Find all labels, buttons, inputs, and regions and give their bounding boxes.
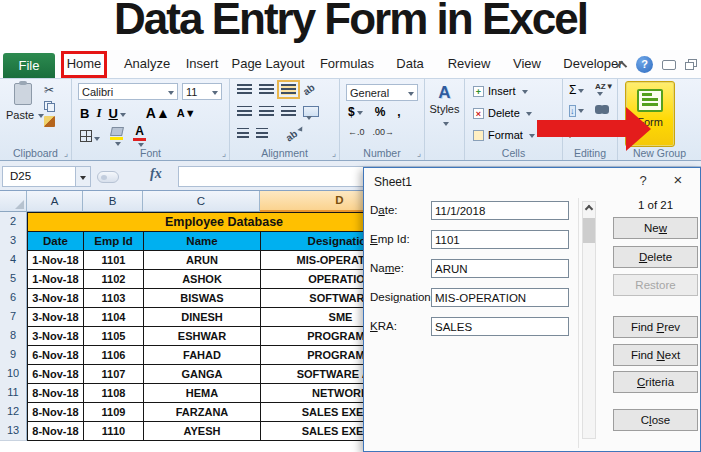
cell-name[interactable]: BISWAS <box>143 288 261 308</box>
scrollbar-thumb[interactable] <box>583 218 595 243</box>
wrap-text-icon[interactable]: ab <box>284 123 306 143</box>
kra-field[interactable] <box>431 317 569 336</box>
sort-filter-button[interactable]: AZ▼ <box>595 83 617 98</box>
row-header[interactable]: 13 <box>0 421 27 441</box>
dialog-help-icon[interactable]: ? <box>632 173 654 191</box>
cell-emp-id[interactable]: 1104 <box>83 307 144 327</box>
row-header[interactable]: 5 <box>0 269 27 289</box>
clipboard-dialog-launcher-icon[interactable]: ⌟ <box>64 148 68 158</box>
decrease-decimal-icon[interactable]: .00→ <box>373 127 395 137</box>
name-box[interactable]: D25 <box>2 166 76 187</box>
restore-window-icon[interactable] <box>685 59 697 70</box>
align-left-icon[interactable] <box>237 106 252 117</box>
name-field[interactable] <box>431 259 569 278</box>
cell-emp-id[interactable]: 1108 <box>83 383 144 403</box>
emp-id-field[interactable] <box>431 230 569 249</box>
name-box-dropdown-icon[interactable] <box>76 166 91 187</box>
align-top-icon[interactable] <box>237 84 252 95</box>
cell-date[interactable]: 8-Nov-18 <box>27 402 84 422</box>
row-header[interactable]: 8 <box>0 326 27 346</box>
row-header[interactable]: 3 <box>0 231 27 251</box>
column-header-b[interactable]: B <box>83 191 143 212</box>
align-right-icon[interactable] <box>281 106 296 117</box>
column-header-c[interactable]: C <box>143 191 260 212</box>
number-format-combo[interactable]: General <box>346 84 418 101</box>
cell-emp-id[interactable]: 1105 <box>83 326 144 346</box>
row-header[interactable]: 10 <box>0 364 27 384</box>
delete-button[interactable]: Delete <box>613 246 698 268</box>
new-button[interactable]: New <box>613 217 698 239</box>
tab-analyze[interactable]: Analyze <box>124 56 170 71</box>
font-size-combo[interactable]: 11 <box>182 83 222 100</box>
tab-file[interactable]: File <box>3 53 55 78</box>
orientation-icon[interactable]: ab <box>301 82 317 98</box>
bold-button[interactable]: B <box>80 106 89 121</box>
cell-name[interactable]: FARZANA <box>143 402 261 422</box>
row-header[interactable]: 2 <box>0 212 27 232</box>
select-all-corner[interactable] <box>0 191 27 212</box>
copy-icon[interactable] <box>44 101 55 112</box>
cell-date[interactable]: 6-Nov-18 <box>27 345 84 365</box>
italic-button[interactable]: I <box>96 105 101 121</box>
help-icon[interactable]: ? <box>636 56 653 73</box>
align-bottom-icon[interactable] <box>281 84 296 95</box>
row-header[interactable]: 12 <box>0 402 27 422</box>
format-cells-button[interactable]: Format <box>473 129 535 141</box>
insert-cells-button[interactable]: + Insert <box>473 85 528 97</box>
tab-review[interactable]: Review <box>448 56 491 71</box>
cut-icon[interactable]: ✂ <box>44 83 55 97</box>
comma-button[interactable]: , <box>397 105 400 119</box>
close-button[interactable]: Close <box>613 409 698 431</box>
cell-date[interactable]: 6-Nov-18 <box>27 364 84 384</box>
percent-button[interactable]: % <box>375 105 386 119</box>
scroll-up-icon[interactable] <box>585 205 593 213</box>
cell-date[interactable]: 1-Nov-18 <box>27 269 84 289</box>
table-title-cell[interactable]: Employee Database <box>27 212 421 232</box>
cell-date[interactable]: 1-Nov-18 <box>27 250 84 270</box>
column-header-a[interactable]: A <box>27 191 83 212</box>
font-color-button[interactable]: A <box>133 126 146 148</box>
row-header[interactable]: 7 <box>0 307 27 327</box>
paste-button[interactable]: Paste <box>6 83 40 123</box>
row-header[interactable]: 4 <box>0 250 27 270</box>
align-middle-icon[interactable] <box>259 84 274 95</box>
header-cell-emp-id[interactable]: Emp Id <box>83 231 144 251</box>
row-header[interactable]: 9 <box>0 345 27 365</box>
find-select-icon[interactable] <box>595 105 609 114</box>
record-scrollbar[interactable] <box>582 201 596 439</box>
tab-page-layout[interactable]: Page Layout <box>231 56 304 71</box>
fill-button[interactable]: ↓ <box>569 103 584 117</box>
merge-center-icon[interactable] <box>303 106 319 117</box>
cell-name[interactable]: AYESH <box>143 421 261 441</box>
tab-view[interactable]: View <box>513 56 541 71</box>
cell-name[interactable]: ASHOK <box>143 269 261 289</box>
borders-button[interactable] <box>80 130 100 145</box>
cell-date[interactable]: 3-Nov-18 <box>27 326 84 346</box>
underline-button[interactable]: U <box>108 106 125 121</box>
find-prev-button[interactable]: Find Prev <box>613 316 698 338</box>
cell-emp-id[interactable]: 1106 <box>83 345 144 365</box>
font-dialog-launcher-icon[interactable]: ⌟ <box>222 148 226 158</box>
header-cell-name[interactable]: Name <box>143 231 261 251</box>
delete-cells-button[interactable]: × Delete <box>473 107 532 119</box>
increase-indent-icon[interactable] <box>256 128 268 139</box>
restore-button[interactable]: Restore <box>613 274 698 296</box>
cell-date[interactable]: 8-Nov-18 <box>27 383 84 403</box>
cell-emp-id[interactable]: 1109 <box>83 402 144 422</box>
cell-name[interactable]: GANGA <box>143 364 261 384</box>
header-cell-date[interactable]: Date <box>27 231 84 251</box>
number-dialog-launcher-icon[interactable]: ⌟ <box>417 148 421 158</box>
font-name-combo[interactable]: Calibri <box>78 83 178 100</box>
cell-emp-id[interactable]: 1101 <box>83 250 144 270</box>
row-header[interactable]: 6 <box>0 288 27 308</box>
shrink-font-button[interactable]: A▼ <box>177 107 196 119</box>
cell-date[interactable]: 8-Nov-18 <box>27 421 84 441</box>
increase-decimal-icon[interactable]: ←.0 <box>348 127 365 137</box>
find-next-button[interactable]: Find Next <box>613 344 698 366</box>
grow-font-button[interactable]: A▲ <box>146 105 170 121</box>
insert-function-icon[interactable]: fx <box>150 166 162 182</box>
tab-insert[interactable]: Insert <box>186 56 219 71</box>
decrease-indent-icon[interactable] <box>237 128 249 139</box>
cell-name[interactable]: HEMA <box>143 383 261 403</box>
cell-name[interactable]: FAHAD <box>143 345 261 365</box>
